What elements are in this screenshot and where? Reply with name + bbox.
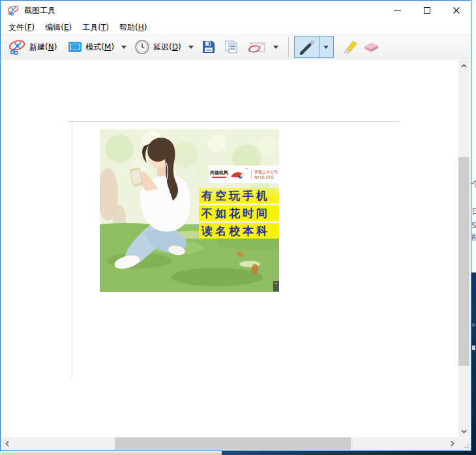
captured-page-vertical-rule: [72, 121, 72, 377]
background-text-fragment: S: [471, 222, 476, 229]
scroll-up-button[interactable]: [458, 60, 469, 71]
maximize-button[interactable]: [412, 1, 441, 20]
menubar: 文件(F) 编辑(E) 工具(T) 帮助(H): [1, 20, 471, 35]
chevron-down-icon: [323, 46, 329, 49]
toolbar-separator: [288, 37, 289, 57]
chevron-left-icon: [5, 441, 9, 447]
titlebar[interactable]: 截图工具: [1, 1, 471, 20]
ad-logo-strip: 尚德机构 ™ 美股上市公司 NYSE:STG: [209, 166, 279, 183]
ad-listed-company: 美股上市公司 NYSE:STG: [254, 169, 278, 180]
chevron-down-icon: [461, 430, 467, 433]
pen-dropdown-button[interactable]: [320, 37, 333, 57]
screen: 个 日 S 能 截图工具: [0, 0, 476, 455]
horizontal-scrollbar[interactable]: [1, 437, 458, 450]
ad-slogan-line: 不如花时间: [199, 205, 279, 221]
mode-dropdown-button[interactable]: [119, 39, 128, 55]
ad-brand-name: 尚德机构: [210, 171, 228, 176]
app-scissors-icon: [7, 5, 19, 16]
background-circle-fragment: [472, 323, 475, 327]
horizontal-scrollbar-thumb[interactable]: [115, 437, 351, 450]
chevron-down-icon: [121, 46, 126, 49]
logo-divider: [251, 170, 252, 179]
chevron-down-icon: [188, 46, 194, 49]
minimize-icon: [394, 10, 401, 11]
background-text-fragment: 个: [471, 180, 476, 188]
copy-pages-icon: [224, 40, 239, 54]
ad-slogan-line: 有空玩手机: [199, 188, 279, 203]
background-blob-fragment: [472, 345, 475, 350]
floppy-disk-icon: [202, 40, 215, 53]
send-email-button[interactable]: [248, 40, 266, 53]
pen-button-group: [294, 36, 334, 58]
clock-icon: [135, 40, 149, 54]
eraser-icon: [363, 41, 379, 53]
mode-button[interactable]: 模式(M): [68, 42, 114, 53]
delay-dropdown-button[interactable]: [186, 39, 196, 55]
scissors-icon: [8, 38, 25, 55]
chevron-down-icon: [273, 46, 278, 49]
captured-ad-image: 尚德机构 ™ 美股上市公司 NYSE:STG 有空玩手机 不如花时间: [100, 129, 279, 292]
maximize-icon: [424, 7, 430, 14]
delay-button-label: 延迟(D): [153, 42, 181, 53]
menu-help[interactable]: 帮助(H): [114, 21, 152, 35]
background-window-bottom-sliver: [0, 451, 471, 455]
background-window-right-sliver: 个 日 S 能: [471, 0, 476, 455]
envelope-icon: [248, 40, 266, 53]
trademark-symbol: ™: [245, 168, 248, 171]
minimize-button[interactable]: [383, 1, 412, 20]
scroll-down-button[interactable]: [458, 426, 469, 437]
ad-brand: 尚德机构: [210, 171, 228, 178]
ad-listed-line1: 美股上市公司: [254, 169, 278, 175]
close-button[interactable]: [441, 1, 471, 20]
chevron-right-icon: [451, 441, 454, 447]
pen-icon: [297, 38, 316, 56]
vertical-scrollbar[interactable]: [458, 60, 469, 437]
save-button[interactable]: [202, 40, 215, 53]
snip-canvas[interactable]: 尚德机构 ™ 美股上市公司 NYSE:STG 有空玩手机 不如花时间: [1, 59, 471, 437]
background-text-fragment: 能: [471, 233, 476, 241]
scroll-left-button[interactable]: [1, 437, 12, 450]
new-button[interactable]: 新建(N): [8, 38, 57, 55]
background-window-navy-area: [471, 272, 476, 455]
vertical-scrollbar-thumb[interactable]: [458, 157, 469, 366]
ad-label-badge: [273, 281, 279, 291]
window-controls: [383, 1, 471, 20]
eraser-button[interactable]: [363, 41, 379, 53]
captured-page-horizontal-rule: [67, 121, 400, 122]
snipping-tool-window: 截图工具 文件(F) 编辑(E) 工具(T) 帮助(H): [0, 0, 471, 451]
send-email-dropdown-button[interactable]: [271, 39, 280, 55]
chevron-up-icon: [461, 64, 467, 68]
close-icon: [453, 7, 460, 14]
ad-listed-line2: NYSE:STG: [254, 175, 278, 180]
menu-edit[interactable]: 编辑(E): [40, 21, 77, 35]
new-button-label: 新建(N): [29, 42, 57, 53]
mode-button-label: 模式(M): [85, 42, 114, 53]
window-title: 截图工具: [24, 5, 55, 16]
bull-logo-icon: [230, 169, 244, 180]
menu-file[interactable]: 文件(F): [3, 21, 40, 35]
background-text-fragment: 日: [471, 207, 476, 215]
scroll-right-button[interactable]: [447, 437, 458, 450]
pen-button[interactable]: [295, 37, 320, 57]
resize-grip[interactable]: [458, 437, 471, 450]
highlighter-button[interactable]: [340, 38, 357, 55]
selection-rectangle-icon: [68, 42, 82, 52]
toolbar: 新建(N) 模式(M) 延迟(D): [1, 35, 471, 59]
ad-slogan-line: 读名校本科: [199, 223, 279, 239]
ad-brand-tagline-bar: [212, 177, 226, 178]
menu-tools[interactable]: 工具(T): [77, 21, 114, 35]
delay-button[interactable]: 延迟(D): [135, 40, 181, 54]
highlighter-icon: [340, 38, 357, 55]
background-navy-strip: [222, 451, 471, 455]
copy-button[interactable]: [224, 40, 239, 54]
